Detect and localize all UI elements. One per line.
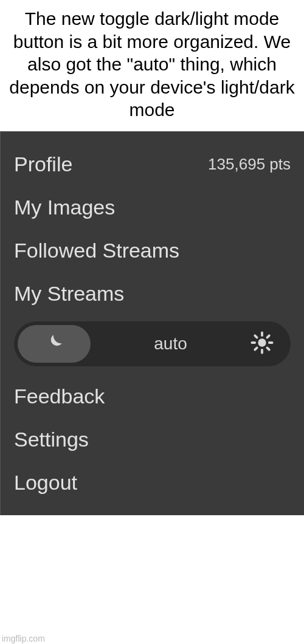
menu-row-profile[interactable]: Profile 135,695 pts (14, 143, 291, 186)
theme-option-dark[interactable] (18, 325, 91, 363)
points-value: 135,695 pts (208, 155, 291, 174)
watermark: imgflip.com (0, 633, 47, 644)
user-menu-panel: Profile 135,695 pts My Images Followed S… (0, 131, 304, 515)
menu-item-followed-streams: Followed Streams (14, 239, 179, 262)
svg-line-5 (255, 335, 257, 337)
theme-option-auto[interactable]: auto (91, 334, 250, 354)
menu-item-settings: Settings (14, 428, 89, 451)
menu-item-profile: Profile (14, 152, 72, 176)
menu-item-my-streams: My Streams (14, 282, 124, 306)
caption-text: The new toggle dark/light mode button is… (0, 0, 304, 131)
menu-item-logout: Logout (14, 471, 77, 495)
bottom-whitespace: imgflip.com (0, 515, 304, 645)
theme-option-light[interactable] (250, 331, 274, 357)
menu-row-logout[interactable]: Logout (14, 461, 291, 504)
menu-row-settings[interactable]: Settings (14, 418, 291, 461)
sun-icon (250, 331, 274, 357)
menu-item-my-images: My Images (14, 196, 115, 219)
menu-row-my-images[interactable]: My Images (14, 186, 291, 229)
menu-row-followed-streams[interactable]: Followed Streams (14, 229, 291, 272)
menu-row-feedback[interactable]: Feedback (14, 375, 291, 418)
theme-toggle[interactable]: auto (14, 321, 291, 366)
moon-icon (44, 332, 64, 355)
svg-line-6 (267, 348, 269, 349)
svg-point-0 (258, 338, 266, 346)
menu-row-my-streams[interactable]: My Streams (14, 272, 291, 315)
svg-line-8 (267, 335, 269, 337)
svg-line-7 (255, 348, 257, 349)
menu-item-feedback: Feedback (14, 385, 105, 408)
